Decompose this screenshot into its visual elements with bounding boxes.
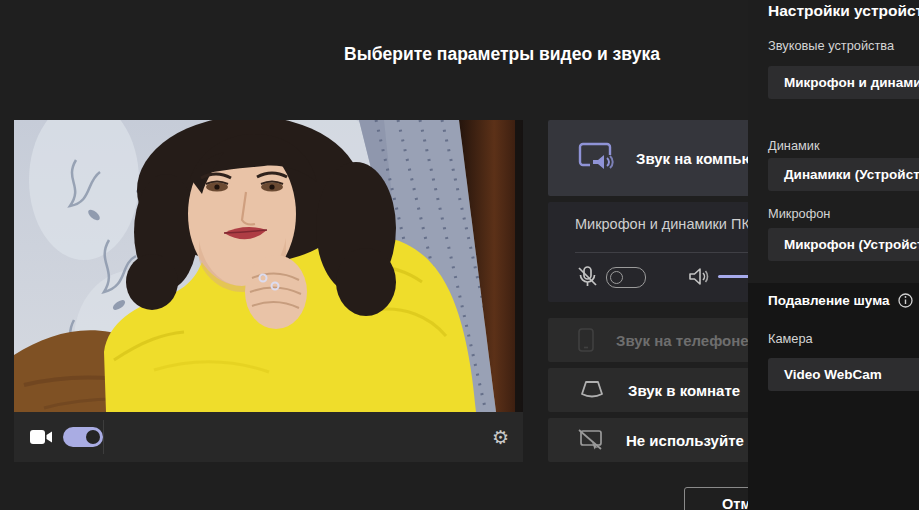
camera-dropdown[interactable]: Video WebCam (768, 358, 919, 391)
microphone-muted-icon[interactable] (576, 265, 599, 292)
audio-devices-value: Микрофон и динамики ПК (768, 66, 919, 99)
microphone-toggle[interactable] (606, 267, 646, 288)
audio-device-name: Микрофон и динамики ПК (575, 216, 750, 232)
computer-audio-icon (578, 142, 614, 174)
audio-devices-label: Звуковые устройства (768, 38, 894, 53)
speaker-icon (687, 265, 710, 292)
page-title: Выберите параметры видео и звука (344, 44, 660, 65)
noise-suppression-row: Подавление шума (768, 293, 913, 308)
room-audio-icon (578, 380, 606, 400)
microphone-toggle-knob (610, 271, 623, 284)
camera-toggle[interactable] (63, 427, 103, 447)
device-settings-title: Настройки устройств (768, 2, 919, 20)
phone-audio-label: Звук на телефоне (616, 332, 749, 349)
bar-divider (103, 420, 104, 454)
video-preview-block: ⚙ (14, 120, 523, 462)
camera-value: Video WebCam (768, 358, 919, 391)
camera-label: Камера (768, 331, 813, 346)
speaker-dropdown[interactable]: Динамики (Устройство с поддержкой High D… (768, 158, 919, 191)
noise-suppression-label: Подавление шума (768, 293, 890, 308)
room-audio-label: Звук в комнате (628, 382, 740, 399)
microphone-label: Микрофон (768, 206, 830, 221)
speaker-value: Динамики (Устройство с поддержкой High D… (768, 158, 919, 191)
video-control-bar: ⚙ (14, 412, 523, 462)
video-settings-gear-icon[interactable]: ⚙ (492, 428, 509, 447)
microphone-dropdown[interactable]: Микрофон (Устройство с поддержкой High D… (768, 228, 919, 261)
phone-audio-icon (578, 328, 594, 352)
camera-icon (30, 429, 53, 445)
pre-join-screen: Выберите параметры видео и звука (0, 0, 919, 510)
webcam-portrait-image (14, 120, 523, 412)
camera-video-preview (14, 120, 523, 412)
audio-devices-dropdown[interactable]: Микрофон и динамики ПК (768, 66, 919, 99)
no-audio-icon (578, 429, 604, 451)
info-icon[interactable] (898, 293, 913, 308)
speaker-label: Динамик (768, 138, 820, 153)
camera-toggle-knob (86, 430, 100, 444)
microphone-value: Микрофон (Устройство с поддержкой High D… (768, 228, 919, 261)
device-settings-panel: Настройки устройств Звуковые устройства … (748, 0, 919, 510)
